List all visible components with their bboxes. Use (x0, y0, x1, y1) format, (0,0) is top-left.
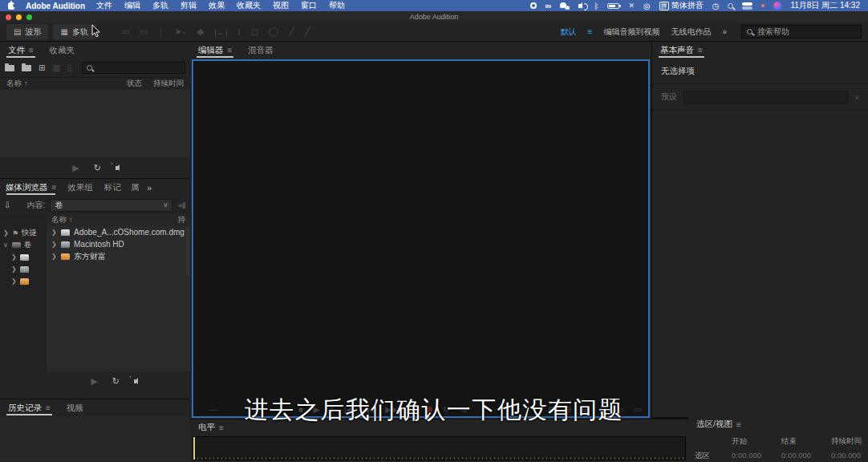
open-file-icon[interactable] (5, 65, 14, 71)
content-dropdown[interactable]: 卷 ∨ (50, 199, 172, 212)
close-window-button[interactable] (6, 14, 11, 20)
spectral-pitch-icon[interactable]: ▭ (140, 26, 148, 37)
workspace-menu-icon[interactable]: ≡ (588, 27, 593, 36)
panel-menu-icon[interactable]: ≡ (736, 420, 741, 429)
apple-menu-icon[interactable] (8, 2, 14, 10)
waveform-view-button[interactable]: ▤ 波形 (6, 24, 48, 40)
volume-icon[interactable] (578, 4, 581, 8)
chevron-right-icon[interactable]: ❯ (11, 253, 17, 261)
marquee-selection-tool-icon[interactable]: ◻ (251, 26, 258, 37)
tab-effects-rack[interactable]: 效果组 (62, 179, 99, 196)
selection-duration-value[interactable]: 0:00.000 (831, 451, 862, 461)
chevron-right-icon[interactable]: ❯ (51, 253, 57, 260)
help-search-box[interactable] (741, 25, 862, 38)
col-name[interactable]: 名称 (51, 215, 67, 225)
help-search-input[interactable] (757, 27, 846, 36)
zoom-full-icon[interactable]: ▭ (635, 405, 642, 414)
screen-record-status-icon[interactable] (530, 2, 537, 9)
panel-menu-icon[interactable]: ≡ (46, 403, 51, 412)
menu-bar-clock[interactable]: 11月8日 周二 14:32 (790, 0, 860, 11)
new-item-icon[interactable]: ⊞ (39, 63, 45, 72)
media-row-dmg[interactable]: ❯ Adobe_A...cOShome.com.dmg (47, 226, 190, 238)
insert-into-multitrack-icon[interactable]: ▥ (52, 63, 59, 72)
spot-healing-tool-icon[interactable]: ╱ (305, 26, 310, 37)
panel-menu-icon[interactable]: ≡ (228, 46, 233, 55)
auto-play-speaker-icon[interactable] (116, 166, 118, 170)
files-search-box[interactable] (82, 62, 185, 74)
control-center-icon[interactable] (742, 2, 752, 10)
files-list-empty[interactable] (0, 90, 190, 157)
editor-canvas[interactable]: — ■ ▶ ‖ |◀ ◀◀ ▶▶ ▶| ↻ ⇆ ⊕ ⊖ ⊕ ⊖ (192, 59, 650, 418)
tree-item-disk-3[interactable]: ❯ (0, 275, 47, 287)
lasso-selection-tool-icon[interactable]: ◯ (269, 26, 278, 37)
history-list-empty[interactable] (0, 416, 190, 461)
tab-markers[interactable]: 标记 (99, 179, 127, 196)
bluetooth-icon[interactable]: ᛒ (594, 2, 598, 10)
import-file-icon[interactable] (22, 65, 31, 71)
menu-app-name[interactable]: Adobe Audition (26, 2, 85, 10)
menu-effects[interactable]: 效果 (209, 0, 225, 11)
panel-menu-icon[interactable]: ≡ (52, 183, 57, 192)
tab-essential-sound[interactable]: 基本声音 ≡ (652, 42, 711, 59)
workspace-radio-production[interactable]: 无线电作品 (671, 26, 711, 38)
spotlight-search-icon[interactable] (728, 3, 733, 9)
siri-icon[interactable] (773, 2, 781, 10)
tab-mixer[interactable]: 混音器 (240, 42, 282, 59)
chevron-right-icon[interactable]: ❯ (51, 229, 57, 236)
col-duration[interactable]: 持续时间 (153, 79, 184, 89)
tab-editor[interactable]: 编辑器 ≡ (190, 42, 240, 59)
wechat-icon[interactable] (560, 2, 570, 10)
razor-tool-icon[interactable]: ◆ (197, 26, 204, 37)
trash-icon[interactable]: ▯ (67, 63, 72, 72)
preset-dropdown[interactable] (683, 91, 848, 103)
chevron-right-icon[interactable]: ❯ (11, 278, 17, 285)
auto-play-speaker-icon[interactable] (134, 379, 136, 383)
paintbrush-tool-icon[interactable]: ╱ (289, 26, 294, 37)
play-icon[interactable]: ▶ (91, 376, 97, 387)
menu-edit[interactable]: 编辑 (124, 0, 140, 11)
panel-menu-icon[interactable]: ≡ (29, 46, 34, 55)
spectral-frequency-icon[interactable]: ▭ (121, 26, 129, 37)
vertical-scrollbar[interactable] (186, 227, 189, 275)
time-selection-tool-icon[interactable]: I (238, 27, 241, 37)
play-icon[interactable]: ▶ (72, 163, 79, 173)
camo-infinity-icon[interactable]: ∞ (546, 2, 552, 10)
move-tool-icon[interactable]: ➤₊ (175, 26, 187, 37)
menu-window[interactable]: 窗口 (301, 0, 317, 11)
tab-properties[interactable]: 属 (127, 179, 144, 196)
tab-favorites[interactable]: 收藏夹 (42, 42, 83, 59)
battery-icon[interactable] (607, 3, 619, 9)
panel-menu-icon[interactable]: ≡ (219, 424, 224, 432)
user-status-icon[interactable]: ◎ (643, 2, 651, 10)
tree-item-disk-1[interactable]: ❯ (0, 251, 47, 263)
import-media-icon[interactable]: ⇩ (4, 201, 10, 209)
time-machine-icon[interactable]: ◷ (712, 2, 720, 10)
filter-media-icon[interactable]: ◂▮ (177, 201, 186, 209)
multitrack-view-button[interactable]: ▦ 多轨 (53, 24, 95, 40)
tree-item-shortcuts[interactable]: ❯ ⚑ 快捷 (0, 227, 47, 239)
menu-help[interactable]: 帮助 (329, 0, 345, 11)
chevron-right-icon[interactable]: ❯ (11, 265, 17, 273)
menu-multitrack[interactable]: 多轨 (152, 0, 168, 11)
chevron-down-icon[interactable]: ∨ (3, 241, 9, 249)
zoom-out-minus-icon[interactable]: — (209, 405, 217, 414)
media-row-macintosh-hd[interactable]: ❯ Macintosh HD (47, 238, 190, 250)
tab-levels[interactable]: 电平 ≡ (190, 419, 232, 436)
menu-view[interactable]: 视图 (273, 0, 289, 11)
panel-overflow-chevron[interactable]: » (143, 179, 156, 196)
menu-clip[interactable]: 剪辑 (180, 0, 197, 11)
workspace-default[interactable]: 默认 (561, 26, 577, 38)
minimize-window-button[interactable] (16, 14, 22, 20)
workspace-edit-audio-to-video[interactable]: 编辑音频到视频 (603, 26, 659, 38)
display-status-icon[interactable]: ✕ (628, 2, 635, 10)
tab-selection-view[interactable]: 选区/视图 ≡ (688, 417, 749, 432)
zoom-window-button[interactable] (26, 14, 32, 20)
input-method-menu[interactable]: 拼 简体拼音 (659, 0, 704, 11)
tree-item-volumes[interactable]: ∨ 卷 (0, 239, 47, 251)
loop-playback-icon[interactable]: ↻ (94, 163, 101, 173)
col-duration-truncated[interactable]: 持 (178, 215, 186, 225)
tree-item-disk-2[interactable]: ❯ (0, 263, 47, 275)
tab-files[interactable]: 文件 ≡ (0, 42, 42, 59)
tab-media-browser[interactable]: 媒体浏览器 ≡ (0, 179, 62, 196)
slip-tool-icon[interactable]: |↔| (214, 27, 228, 37)
